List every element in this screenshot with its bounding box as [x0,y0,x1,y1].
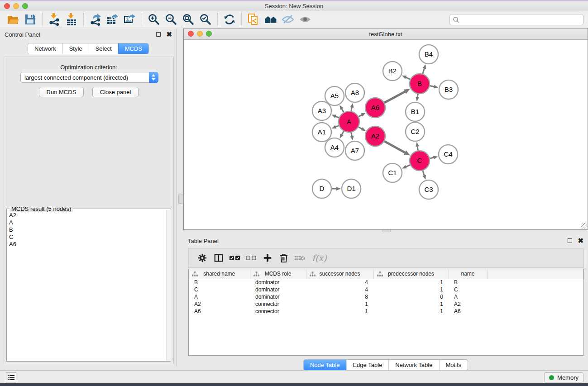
float-panel-icon[interactable] [156,32,161,37]
table-cell[interactable]: A [449,293,487,300]
table-cell[interactable]: B [449,279,487,286]
table-cell[interactable]: connector [250,300,306,308]
delete-column-icon[interactable] [276,251,292,265]
float-panel-icon[interactable] [568,238,572,243]
table-cell[interactable]: dominator [250,293,306,300]
tab-motifs[interactable]: Motifs [439,360,468,370]
zoom-out-icon[interactable] [163,13,179,26]
resize-grip-icon[interactable] [581,223,587,229]
zoom-fit-icon[interactable] [181,13,196,26]
show-all-icon[interactable] [297,13,313,26]
table-cell[interactable]: A6 [189,308,250,315]
result-list-item[interactable]: C [9,234,165,241]
tab-network-table[interactable]: Network Table [388,360,439,370]
control-panel: Control Panel ✖ Network Style Select MCD… [0,28,177,367]
table-cell[interactable]: connector [250,308,306,315]
tab-edge-table[interactable]: Edge Table [346,360,388,370]
import-network-icon[interactable] [47,13,62,26]
gear-icon[interactable] [194,251,210,265]
result-list-item[interactable]: A [9,219,165,226]
column-header-name[interactable]: name [449,269,487,279]
table-header-row[interactable]: shared nameMCDS rolesuccessor nodesprede… [189,269,583,279]
open-session-icon[interactable] [5,13,21,26]
edge-arrow-icon [434,85,439,89]
graph-edge-A6-B[interactable] [384,91,406,103]
result-list-item[interactable]: B [9,226,165,234]
first-neighbors-icon[interactable] [263,13,278,26]
table-cell[interactable]: A2 [449,300,487,308]
graph-edge-B-B4[interactable] [423,68,425,74]
table-cell[interactable]: 1 [373,308,449,315]
close-window-button[interactable] [4,3,10,9]
network-zoom-button[interactable] [206,31,212,37]
column-header-successor-nodes[interactable]: successor nodes [306,269,373,279]
search-box[interactable] [449,14,583,25]
table-cell[interactable]: dominator [250,286,306,293]
table-cell[interactable]: C [449,286,487,293]
memory-button[interactable]: Memory [544,372,583,382]
add-column-icon[interactable] [259,251,276,265]
tab-node-table[interactable]: Node Table [304,360,346,370]
table-row[interactable]: A2connector11A2 [189,300,583,308]
run-mcds-button[interactable]: Run MCDS [39,87,84,97]
tab-network[interactable]: Network [28,43,62,54]
table-row[interactable]: A6connector11A6 [189,308,583,315]
search-input[interactable] [460,16,578,23]
column-header-shared-name[interactable]: shared name [189,269,250,279]
network-close-button[interactable] [188,31,194,37]
save-session-icon[interactable] [23,13,38,26]
table-row[interactable]: Cdominator41C [189,286,583,293]
table-cell[interactable]: 8 [306,293,373,300]
show-panels-list-button[interactable] [6,372,16,382]
table-cell[interactable]: 1 [373,279,449,286]
table-cell[interactable]: dominator [250,279,306,286]
mcds-result-list[interactable]: A2ABCA6 [7,211,167,360]
network-minimize-button[interactable] [197,31,203,37]
tab-mcds[interactable]: MCDS [118,43,148,54]
table-row[interactable]: Bdominator41B [189,279,583,286]
tab-select[interactable]: Select [89,43,118,54]
table-cell[interactable]: 1 [373,300,449,308]
minimize-window-button[interactable] [13,3,19,9]
close-panel-button[interactable]: Close panel [92,87,139,97]
select-all-icon[interactable] [227,251,243,265]
tab-style[interactable]: Style [62,43,89,54]
table-cell[interactable]: C [189,286,250,293]
result-list-item[interactable]: A2 [9,212,165,219]
graph-edge-A2-C[interactable] [384,141,406,153]
hide-selected-icon[interactable] [280,13,296,26]
table-cell[interactable]: 1 [373,286,449,293]
export-network-icon[interactable] [88,13,103,26]
close-panel-icon[interactable]: ✖ [166,32,172,37]
vertical-splitter-handle[interactable] [178,194,182,204]
network-graph-canvas[interactable]: AA1A2A3A4A5A6A7A8BB1B2B3B4CC1C2C3C4DD1 [184,40,588,229]
table-cell[interactable]: 1 [306,308,373,315]
split-view-icon[interactable] [210,251,227,265]
table-row[interactable]: Adominator80A [189,293,583,300]
criterion-dropdown[interactable]: largest connected component (directed) [20,72,158,83]
zoom-window-button[interactable] [22,3,28,9]
zoom-selected-icon[interactable] [198,13,213,26]
table-cell[interactable]: A2 [189,300,250,308]
table-cell[interactable]: B [189,279,250,286]
deselect-all-icon[interactable] [243,251,259,265]
table-cell[interactable]: A6 [449,308,487,315]
import-table-icon[interactable] [64,13,79,26]
export-image-icon[interactable] [122,13,138,26]
result-scrollbar[interactable] [166,210,170,361]
new-network-from-selection-icon[interactable] [246,13,261,26]
result-list-item[interactable]: A6 [9,241,165,248]
table-cell[interactable]: A [189,293,250,300]
close-panel-icon[interactable]: ✖ [578,238,583,243]
column-header-MCDS-role[interactable]: MCDS role [250,269,306,279]
table-cell[interactable]: 4 [306,286,373,293]
table-cell[interactable]: 1 [306,300,373,308]
table-cell[interactable]: 4 [306,279,373,286]
table-cell[interactable]: 0 [373,293,449,300]
export-table-icon[interactable] [105,13,120,26]
column-header-predecessor-nodes[interactable]: predecessor nodes [373,269,449,279]
zoom-in-icon[interactable] [146,13,162,26]
refresh-icon[interactable] [222,13,237,26]
function-builder-icon[interactable]: f(x) [312,253,327,263]
delete-table-icon[interactable] [292,251,308,265]
